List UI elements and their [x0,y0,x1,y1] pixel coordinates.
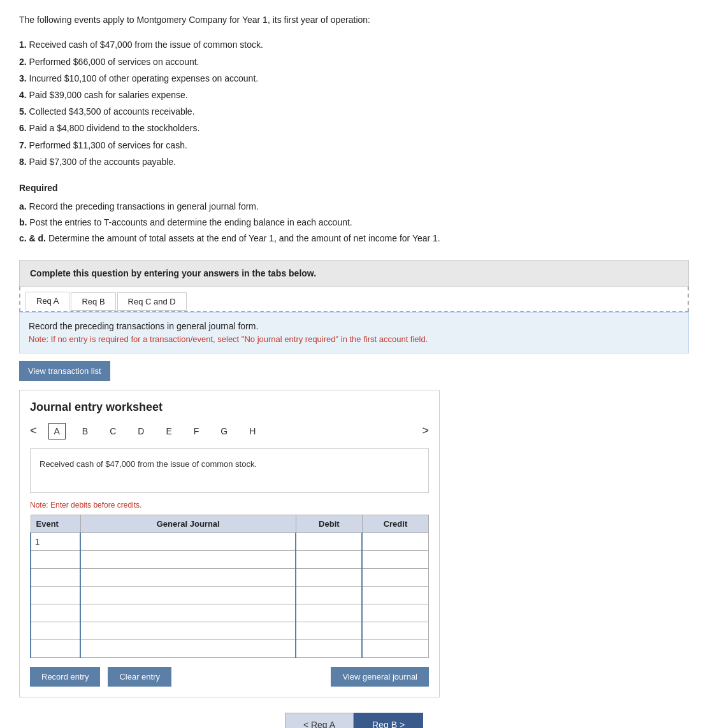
credit-cell-4[interactable] [362,586,428,604]
event-cell-4 [31,586,80,604]
credit-input-1[interactable] [366,537,424,546]
table-row [31,639,429,657]
gj-input-2[interactable] [85,555,291,564]
clear-entry-button[interactable]: Clear entry [108,667,171,687]
tabs-container: Req A Req B Req C and D [19,287,689,312]
event-cell-1: 1 [31,532,80,550]
credit-cell-3[interactable] [362,568,428,586]
nav-item-e[interactable]: E [161,424,177,439]
worksheet-nav: < A B C D E F G H > [30,423,429,439]
event-description: Received cash of $47,000 from the issue … [30,448,429,493]
debit-cell-3[interactable] [296,568,362,586]
debit-input-7[interactable] [300,644,358,653]
required-section: Required a. Record the preceding transac… [19,180,689,247]
debit-input-4[interactable] [300,590,358,600]
complete-banner: Complete this question by entering your … [19,260,689,287]
col-header-event: Event [31,515,80,532]
credit-cell-7[interactable] [362,639,428,657]
debit-input-3[interactable] [300,573,358,582]
table-row [31,604,429,622]
record-entry-button[interactable]: Record entry [30,667,100,687]
event-cell-3 [31,568,80,586]
table-row [31,550,429,568]
bottom-nav: < Req A Req B > [19,713,689,728]
col-header-gj: General Journal [80,515,296,532]
credit-input-6[interactable] [366,626,424,636]
nav-item-c[interactable]: C [105,424,121,439]
note-debits: Note: Enter debits before credits. [30,501,429,510]
tab-req-a[interactable]: Req A [25,292,69,311]
gj-input-5[interactable] [85,608,291,618]
col-header-debit: Debit [296,515,362,532]
gj-cell-6[interactable] [80,622,296,639]
intro-text: The following events apply to Montgomery… [19,13,689,27]
credit-cell-5[interactable] [362,604,428,622]
debit-input-6[interactable] [300,626,358,636]
worksheet-card: Journal entry worksheet < A B C D E F G … [19,390,440,697]
instruction-note: Note: If no entry is required for a tran… [29,333,679,346]
nav-item-h[interactable]: H [244,424,261,439]
journal-table: Event General Journal Debit Credit 1 [30,515,429,658]
nav-item-a[interactable]: A [48,423,66,439]
debit-input-5[interactable] [300,608,358,618]
table-row [31,586,429,604]
table-row [31,622,429,639]
debit-cell-5[interactable] [296,604,362,622]
credit-cell-6[interactable] [362,622,428,639]
debit-cell-1[interactable] [296,532,362,550]
event-cell-5 [31,604,80,622]
credit-cell-2[interactable] [362,550,428,568]
nav-next-arrow[interactable]: > [422,424,429,438]
nav-item-g[interactable]: G [215,424,233,439]
events-list: 1. Received cash of $47,000 from the iss… [19,37,689,170]
debit-cell-4[interactable] [296,586,362,604]
credit-input-2[interactable] [366,555,424,564]
gj-cell-7[interactable] [80,639,296,657]
nav-item-f[interactable]: F [189,424,205,439]
nav-prev-arrow[interactable]: < [30,424,37,438]
debit-input-2[interactable] [300,555,358,564]
credit-input-5[interactable] [366,608,424,618]
debit-cell-2[interactable] [296,550,362,568]
gj-cell-4[interactable] [80,586,296,604]
table-row: 1 [31,532,429,550]
gj-input-3[interactable] [85,573,291,582]
tab-req-b[interactable]: Req B [71,292,115,311]
nav-item-b[interactable]: B [77,424,93,439]
instruction-box: Record the preceding transactions in gen… [19,312,689,353]
debit-cell-7[interactable] [296,639,362,657]
gj-input-7[interactable] [85,644,291,653]
bottom-prev-button[interactable]: < Req A [285,713,354,728]
table-row [31,568,429,586]
bottom-next-button[interactable]: Req B > [354,713,423,728]
credit-input-4[interactable] [366,590,424,600]
view-general-journal-button[interactable]: View general journal [331,667,429,687]
credit-cell-1[interactable] [362,532,428,550]
gj-cell-5[interactable] [80,604,296,622]
gj-input-4[interactable] [85,590,291,600]
nav-item-d[interactable]: D [133,424,149,439]
worksheet-title: Journal entry worksheet [30,401,429,414]
debit-cell-6[interactable] [296,622,362,639]
event-cell-2 [31,550,80,568]
required-title: Required [19,180,689,196]
debit-input-1[interactable] [300,537,358,546]
gj-input-6[interactable] [85,626,291,636]
col-header-credit: Credit [362,515,428,532]
event-cell-6 [31,622,80,639]
instruction-main: Record the preceding transactions in gen… [29,319,679,333]
tab-req-c-d[interactable]: Req C and D [117,292,187,311]
credit-input-3[interactable] [366,573,424,582]
event-cell-7 [31,639,80,657]
gj-cell-1[interactable] [80,532,296,550]
gj-cell-2[interactable] [80,550,296,568]
credit-input-7[interactable] [366,644,424,653]
view-transaction-button[interactable]: View transaction list [19,361,110,381]
button-row: Record entry Clear entry View general jo… [30,667,429,687]
gj-cell-3[interactable] [80,568,296,586]
gj-input-1[interactable] [85,537,291,546]
